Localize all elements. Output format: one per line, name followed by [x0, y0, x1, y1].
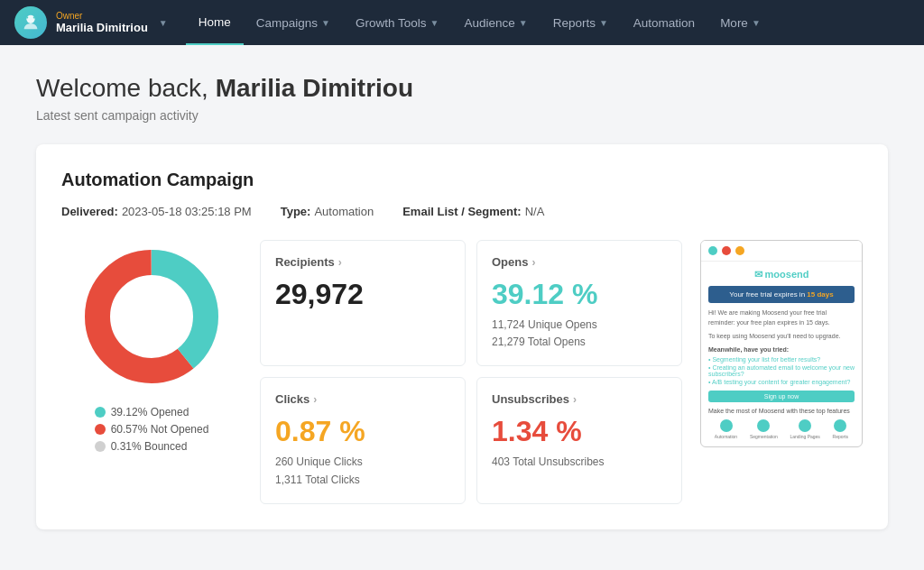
chart-section: 39.12% Opened 60.57% Not Opened 0.31% Bo… [61, 240, 242, 453]
feature-icon-circle-4 [834, 419, 846, 432]
campaign-card: Automation Campaign Delivered: 2023-05-1… [36, 144, 888, 529]
not-opened-label: 60.57% Not Opened [111, 423, 209, 436]
preview-bullet-1: • Segmenting your list for better result… [708, 356, 855, 363]
type-meta: Type: Automation [281, 205, 374, 218]
legend-bounced: 0.31% Bounced [95, 440, 209, 453]
more-chevron-icon: ▼ [752, 18, 761, 28]
stat-recipients: Recipients › 29,972 [260, 240, 466, 366]
welcome-name: Marilia Dimitriou [216, 74, 413, 102]
nav-home[interactable]: Home [186, 0, 244, 45]
stat-clicks: Clicks › 0.87 % 260 Unique Clicks 1,311 … [260, 377, 466, 503]
unsubscribes-label: Unsubscribes [492, 392, 569, 406]
opened-label: 39.12% Opened [111, 406, 189, 418]
preview-text: Hi! We are making Moosend your free tria… [708, 308, 855, 327]
nav-automation[interactable]: Automation [621, 0, 707, 45]
brand[interactable]: Owner Marilia Dimitriou ▼ [14, 6, 168, 39]
recipients-label: Recipients [275, 255, 335, 269]
preview-feature-icons: Automation Segmentation Landing Pages [708, 419, 855, 439]
delivered-label: Delivered: [61, 205, 118, 218]
clicks-total: 1,311 Total Clicks [275, 472, 450, 489]
opens-arrow-icon[interactable]: › [531, 256, 535, 269]
type-value: Automation [314, 205, 374, 218]
preview-cta-button[interactable]: Sign up now [708, 391, 855, 402]
stats-grid: Recipients › 29,972 Opens › 39.12 % 11,7… [260, 240, 682, 504]
stat-unsubscribes: Unsubscribes › 1.34 % 403 Total Unsubscr… [476, 377, 682, 503]
preview-logo: ✉ moosend [708, 269, 855, 280]
nav-audience-label: Audience [464, 16, 514, 30]
segment-meta: Email List / Segment: N/A [402, 205, 544, 218]
nav-campaigns[interactable]: Campaigns ▼ [244, 0, 343, 45]
opened-dot [95, 407, 106, 418]
chart-legend: 39.12% Opened 60.57% Not Opened 0.31% Bo… [95, 406, 209, 453]
main-content: Welcome back, Marilia Dimitriou Latest s… [0, 45, 924, 558]
legend-not-opened: 60.57% Not Opened [95, 423, 209, 436]
segment-label: Email List / Segment: [402, 205, 521, 218]
recipients-arrow-icon[interactable]: › [338, 256, 342, 269]
svg-point-2 [33, 17, 35, 19]
brand-chevron: ▼ [159, 18, 168, 28]
nav-reports-label: Reports [553, 16, 596, 30]
recipients-header: Recipients › [275, 255, 450, 269]
stats-layout: 39.12% Opened 60.57% Not Opened 0.31% Bo… [61, 240, 863, 504]
feature-icon-circle-1 [720, 419, 733, 432]
opens-label: Opens [492, 255, 528, 269]
svg-point-0 [26, 15, 34, 23]
campaigns-chevron-icon: ▼ [321, 18, 330, 28]
nav-more[interactable]: More ▼ [707, 0, 773, 45]
opens-unique: 11,724 Unique Opens [492, 317, 667, 334]
feature-icon-4: Reports [833, 419, 849, 439]
brand-text: Owner Marilia Dimitriou [56, 11, 148, 34]
stat-opens: Opens › 39.12 % 11,724 Unique Opens 21,2… [476, 240, 682, 366]
banner-highlight: 15 days [807, 290, 833, 299]
delivered-value: 2023-05-18 03:25:18 PM [122, 205, 252, 218]
brand-name: Marilia Dimitriou [56, 21, 148, 34]
clicks-header: Clicks › [275, 392, 450, 406]
nav-campaigns-label: Campaigns [256, 16, 318, 30]
preview-subtext2: To keep using Moosend you'll need to upg… [708, 332, 855, 342]
unsubscribes-arrow-icon[interactable]: › [573, 393, 577, 406]
preview-meanwhile: Meanwhile, have you tried: [708, 346, 855, 353]
preview-dot-cyan [708, 246, 717, 255]
clicks-label: Clicks [275, 392, 310, 406]
preview-dot-red [722, 246, 731, 255]
donut-chart [75, 240, 228, 393]
email-preview-frame: ✉ moosend Your free trial expires in 15 … [700, 240, 863, 447]
nav-growth-tools[interactable]: Growth Tools ▼ [343, 0, 451, 45]
navbar: Owner Marilia Dimitriou ▼ Home Campaigns… [0, 0, 924, 45]
unsubscribes-total: 403 Total Unsubscribes [492, 454, 667, 471]
feature-icon-1: Automation [715, 419, 737, 439]
preview-body: ✉ moosend Your free trial expires in 15 … [701, 262, 862, 446]
campaign-meta: Delivered: 2023-05-18 03:25:18 PM Type: … [61, 205, 863, 218]
unsubscribes-detail: 403 Total Unsubscribes [492, 454, 667, 471]
nav-audience[interactable]: Audience ▼ [451, 0, 540, 45]
unsubscribes-number: 1.34 % [492, 415, 667, 448]
preview-dot-orange [735, 246, 744, 255]
preview-bullet-2: • Creating an automated email to welcome… [708, 364, 855, 377]
recipients-number: 29,972 [275, 278, 450, 311]
svg-point-1 [26, 17, 28, 19]
clicks-number: 0.87 % [275, 415, 450, 448]
growth-tools-chevron-icon: ▼ [430, 18, 439, 28]
reports-chevron-icon: ▼ [599, 18, 608, 28]
nav-reports[interactable]: Reports ▼ [541, 0, 621, 45]
clicks-arrow-icon[interactable]: › [313, 393, 317, 406]
feature-icon-3: Landing Pages [790, 419, 819, 439]
type-label: Type: [281, 205, 311, 218]
unsubscribes-header: Unsubscribes › [492, 392, 667, 406]
welcome-subtitle: Latest sent campaign activity [36, 108, 888, 123]
legend-opened: 39.12% Opened [95, 406, 209, 418]
nav-automation-label: Automation [633, 16, 695, 30]
not-opened-dot [95, 424, 106, 435]
campaign-title: Automation Campaign [61, 170, 863, 190]
email-preview-section: ✉ moosend Your free trial expires in 15 … [700, 240, 863, 447]
nav-more-label: More [720, 16, 748, 30]
clicks-detail: 260 Unique Clicks 1,311 Total Clicks [275, 454, 450, 488]
preview-bullet-3: • A/B testing your content for greater e… [708, 379, 855, 385]
feature-icon-circle-3 [799, 419, 811, 432]
opens-detail: 11,724 Unique Opens 21,279 Total Opens [492, 317, 667, 351]
preview-titlebar [701, 241, 862, 262]
segment-value: N/A [525, 205, 545, 218]
owner-label: Owner [56, 11, 148, 21]
delivered-meta: Delivered: 2023-05-18 03:25:18 PM [61, 205, 252, 218]
nav-items: Home Campaigns ▼ Growth Tools ▼ Audience… [186, 0, 910, 45]
